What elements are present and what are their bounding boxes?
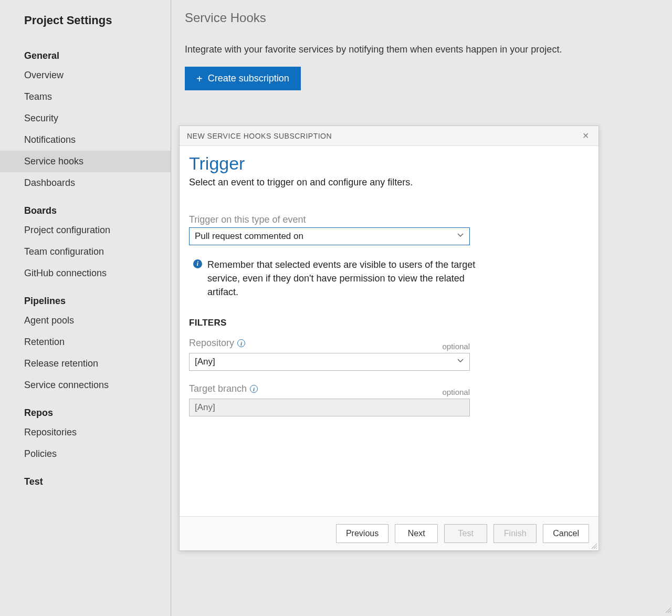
repository-select[interactable]: [Any] <box>189 353 470 371</box>
filters-heading: FILTERS <box>189 318 589 328</box>
sidebar-item-service-connections[interactable]: Service connections <box>0 374 171 396</box>
target-branch-select: [Any] <box>189 399 470 416</box>
sidebar-title: Project Settings <box>0 9 171 39</box>
repository-value: [Any] <box>195 357 215 367</box>
page-title: Service Hooks <box>185 11 658 25</box>
target-branch-label: Target branch i <box>189 383 258 394</box>
sidebar-item-notifications[interactable]: Notifications <box>0 129 171 151</box>
dialog-close-button[interactable]: ✕ <box>580 131 591 141</box>
dialog-footer: Previous Next Test Finish Cancel <box>180 516 598 550</box>
dialog-header: NEW SERVICE HOOKS SUBSCRIPTION ✕ <box>180 126 598 146</box>
sidebar-item-service-hooks[interactable]: Service hooks <box>0 151 171 172</box>
cancel-button[interactable]: Cancel <box>543 524 589 543</box>
dialog-header-title: NEW SERVICE HOOKS SUBSCRIPTION <box>187 132 332 140</box>
sidebar-item-repositories[interactable]: Repositories <box>0 422 171 443</box>
create-subscription-button[interactable]: + Create subscription <box>185 67 301 90</box>
dialog-title: Trigger <box>189 153 589 174</box>
sidebar-item-github-connections[interactable]: GitHub connections <box>0 263 171 284</box>
event-type-label: Trigger on this type of event <box>189 214 589 225</box>
help-icon[interactable]: i <box>250 385 258 393</box>
sidebar-item-teams[interactable]: Teams <box>0 86 171 108</box>
test-button: Test <box>444 524 487 543</box>
sidebar-item-retention[interactable]: Retention <box>0 331 171 353</box>
next-button[interactable]: Next <box>395 524 438 543</box>
nav-section-heading: Test <box>0 465 171 490</box>
help-icon[interactable]: i <box>237 339 245 347</box>
nav-section-heading: General <box>0 39 171 65</box>
sidebar-item-project-configuration[interactable]: Project configuration <box>0 220 171 241</box>
resize-grip-icon[interactable] <box>590 542 597 549</box>
sidebar-item-release-retention[interactable]: Release retention <box>0 353 171 374</box>
sidebar-item-security[interactable]: Security <box>0 108 171 129</box>
chevron-down-icon <box>457 357 464 367</box>
finish-button: Finish <box>494 524 537 543</box>
create-subscription-label: Create subscription <box>208 73 289 84</box>
svg-line-2 <box>596 548 597 549</box>
info-icon: i <box>193 259 202 268</box>
dialog-body: Trigger Select an event to trigger on an… <box>180 146 598 516</box>
previous-button[interactable]: Previous <box>336 524 388 543</box>
nav-section-heading: Repos <box>0 396 171 422</box>
sidebar-item-team-configuration[interactable]: Team configuration <box>0 241 171 263</box>
nav-section-heading: Boards <box>0 194 171 220</box>
sidebar-item-overview[interactable]: Overview <box>0 65 171 86</box>
target-branch-value: [Any] <box>195 402 215 413</box>
close-icon: ✕ <box>582 131 589 140</box>
event-type-select[interactable]: Pull request commented on <box>189 227 470 245</box>
info-text: Remember that selected events are visibl… <box>207 258 477 299</box>
page-subtitle: Integrate with your favorite services by… <box>185 44 658 55</box>
window-resize-grip-icon[interactable] <box>664 606 671 615</box>
new-subscription-dialog: NEW SERVICE HOOKS SUBSCRIPTION ✕ Trigger… <box>179 126 599 551</box>
sidebar-item-dashboards[interactable]: Dashboards <box>0 172 171 194</box>
info-note: i Remember that selected events are visi… <box>193 258 477 299</box>
sidebar-item-policies[interactable]: Policies <box>0 443 171 465</box>
plus-icon: + <box>196 74 203 84</box>
event-type-value: Pull request commented on <box>195 231 303 242</box>
chevron-down-icon <box>457 231 464 242</box>
repository-label: Repository i <box>189 338 245 349</box>
dialog-description: Select an event to trigger on and config… <box>189 177 589 188</box>
target-branch-optional: optional <box>442 388 470 396</box>
repository-optional: optional <box>442 342 470 351</box>
sidebar: Project Settings GeneralOverviewTeamsSec… <box>0 0 171 616</box>
sidebar-item-agent-pools[interactable]: Agent pools <box>0 310 171 331</box>
nav-section-heading: Pipelines <box>0 284 171 310</box>
svg-line-5 <box>670 612 671 613</box>
